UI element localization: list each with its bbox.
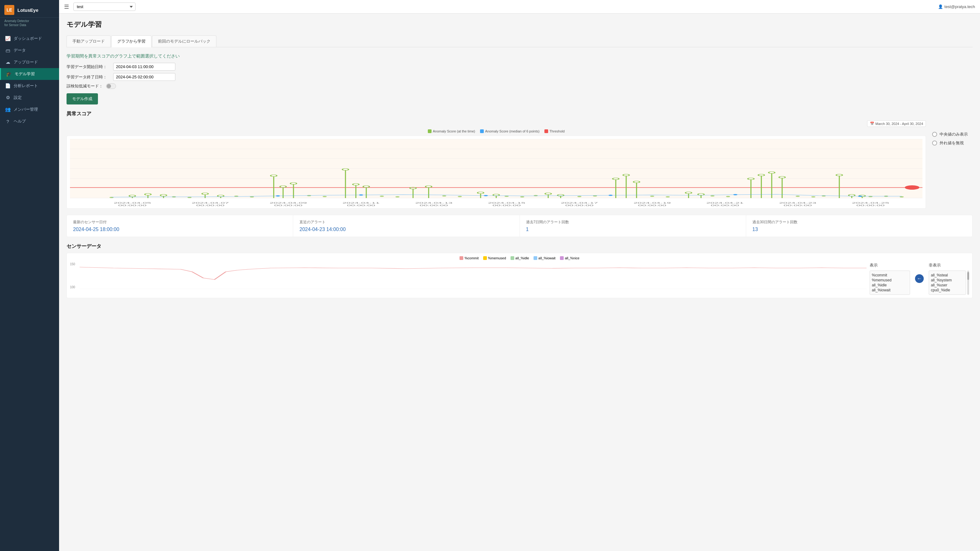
logo-area: LE LotusEye — [0, 0, 59, 18]
tab-graph[interactable]: グラフから学習 — [111, 35, 151, 47]
false-reduction-label: 誤検知低減モード： — [67, 83, 103, 89]
sensor-chart-wrap: %commit %memused all_%idle all_%iowait — [67, 253, 972, 298]
display-column: 表示 %commit %memused all_%idle all_%iowai… — [870, 263, 910, 295]
stat-latest-alert: 直近のアラート 2024-04-23 14:00:00 — [293, 215, 520, 237]
end-date-input[interactable] — [113, 73, 175, 81]
topbar: ☰ test 👤 test@pratya.tech — [59, 0, 980, 14]
stat-7day-alerts: 過去7日間のアラート回数 1 — [520, 215, 746, 237]
legend-nice-label: all_%nice — [565, 256, 579, 260]
sidebar-item-report[interactable]: 📄分析レポート — [0, 80, 59, 92]
form-section: 学習期間を異常スコアのグラフ上で範囲選択してください 学習データ開始日時： 学習… — [67, 54, 972, 105]
sidebar-item-model[interactable]: 🎓モデル学習 — [0, 68, 59, 80]
sidebar-item-settings[interactable]: ⚙設定 — [0, 92, 59, 104]
legend-nice: all_%nice — [560, 256, 579, 260]
display-item-iowait: all_%iowait — [872, 288, 908, 293]
option-ignore-outliers-label: 外れ値を無視 — [940, 140, 964, 146]
svg-text:2024-04-19: 2024-04-19 — [634, 202, 671, 204]
stat-latest-date-label: 最新のセンサー日付 — [73, 220, 287, 225]
false-reduction-row: 誤検知低減モード： — [67, 83, 972, 89]
form-instruction: 学習期間を異常スコアのグラフ上で範囲選択してください — [67, 54, 972, 59]
svg-text:00:00:00: 00:00:00 — [347, 204, 375, 207]
tab-upload[interactable]: 手動アップロード — [67, 35, 111, 47]
chart-options: 中央値のみ表示 外れ値を無視 — [932, 120, 972, 146]
svg-text:2024-04-09: 2024-04-09 — [270, 202, 307, 204]
start-date-input[interactable] — [113, 63, 175, 70]
sensor-select[interactable]: test — [73, 3, 135, 11]
start-date-label: 学習データ開始日時： — [67, 64, 110, 70]
anomaly-chart-wrap[interactable]: 0.0 2.5 5.0 7.5 10.0 12.5 15.0 — [67, 135, 926, 209]
option-ignore-outliers[interactable]: 外れ値を無視 — [932, 140, 972, 146]
sensor-body: 150 100 表示 — [70, 263, 969, 295]
hide-col-items: all_%steal all_%system all_%user cpu0_%i… — [929, 271, 966, 295]
display-col-items: %commit %memused all_%idle all_%iowait — [870, 271, 910, 295]
sidebar-item-help[interactable]: ?ヘルプ — [0, 115, 59, 127]
legend-idle: all_%idle — [511, 256, 529, 260]
chart-legend: Anomaly Score (at the time) Anomaly Scor… — [67, 129, 926, 133]
sidebar-item-dashboard[interactable]: 📈ダッシュボード — [0, 33, 59, 45]
legend-commit: %commit — [460, 256, 479, 260]
legend-median-label: Anomaly Score (median of 6 points) — [485, 129, 539, 133]
legend-memused-label: %memused — [488, 256, 506, 260]
user-email: test@pratya.tech — [945, 4, 975, 9]
svg-text:00:00:00: 00:00:00 — [638, 204, 666, 207]
stat-7day-label: 過去7日間のアラート回数 — [526, 220, 740, 225]
upload-icon: ☁ — [5, 59, 11, 65]
sensor-chart-title: センサーデータ — [67, 243, 972, 250]
settings-icon: ⚙ — [5, 95, 11, 100]
svg-text:2024-04-25: 2024-04-25 — [852, 202, 889, 204]
sidebar-item-members[interactable]: 👥メンバー管理 — [0, 104, 59, 115]
anomaly-chart-svg[interactable]: 0.0 2.5 5.0 7.5 10.0 12.5 15.0 — [70, 139, 923, 207]
anomaly-chart-outer: 📅 March 30, 2024 - April 30, 2024 Anomal… — [67, 120, 972, 209]
end-date-label: 学習データ終了日時： — [67, 74, 110, 80]
help-icon: ? — [5, 119, 11, 124]
option-median-only-label: 中央値のみ表示 — [940, 132, 968, 137]
legend-commit-label: %commit — [465, 256, 479, 260]
end-date-row: 学習データ終了日時： — [67, 73, 972, 81]
legend-idle-label: all_%idle — [515, 256, 529, 260]
svg-point-90 — [578, 196, 581, 197]
tab-bar: 手動アップロード グラフから学習 前回のモデルにロールバック — [67, 35, 972, 47]
content-area: モデル学習 手動アップロード グラフから学習 前回のモデルにロールバック 学習期… — [59, 14, 980, 551]
members-icon: 👥 — [5, 107, 11, 112]
svg-point-84 — [396, 196, 399, 197]
stat-7day-value: 1 — [526, 227, 740, 232]
svg-point-97 — [811, 196, 815, 197]
hamburger-icon[interactable]: ☰ — [64, 3, 69, 10]
svg-text:00:00:00: 00:00:00 — [196, 204, 224, 207]
anomaly-chart-container: 📅 March 30, 2024 - April 30, 2024 Anomal… — [67, 120, 926, 209]
sensor-chart-area[interactable] — [80, 263, 867, 290]
sidebar-nav: 📈ダッシュボード🗃データ☁アップロード🎓モデル学習📄分析レポート⚙設定👥メンバー… — [0, 30, 59, 551]
sidebar-item-data[interactable]: 🗃データ — [0, 45, 59, 56]
svg-text:2024-04-05: 2024-04-05 — [114, 202, 151, 204]
svg-point-78 — [188, 197, 191, 198]
svg-point-88 — [520, 196, 524, 197]
legend-median-dot — [480, 129, 484, 133]
svg-point-95 — [726, 196, 730, 197]
chart-header: 📅 March 30, 2024 - April 30, 2024 — [67, 120, 926, 127]
svg-point-101 — [899, 196, 904, 197]
move-left-button[interactable]: ← — [915, 274, 924, 283]
legend-iowait: all_%iowait — [533, 256, 555, 260]
tab-rollback[interactable]: 前回のモデルにロールバック — [152, 35, 216, 47]
stat-latest-date-value: 2024-04-25 18:00:00 — [73, 227, 287, 232]
svg-text:00:00:00: 00:00:00 — [711, 204, 739, 207]
create-model-button[interactable]: モデル作成 — [67, 93, 98, 105]
legend-nice-dot — [560, 256, 564, 260]
sidebar-item-upload[interactable]: ☁アップロード — [0, 56, 59, 68]
svg-text:00:00:00: 00:00:00 — [493, 204, 521, 207]
date-range-text: March 30, 2024 - April 30, 2024 — [875, 122, 923, 126]
radio-ignore-outliers[interactable] — [932, 140, 937, 145]
legend-commit-dot — [460, 256, 463, 260]
option-median-only[interactable]: 中央値のみ表示 — [932, 132, 972, 137]
anomaly-chart-section: 異常スコア 📅 March 30, 2024 - April 30, 2024 … — [67, 111, 972, 209]
hide-item-cpu0: cpu0_%idle — [931, 288, 964, 293]
sidebar-label-model: モデル学習 — [14, 71, 35, 77]
false-reduction-toggle[interactable] — [106, 83, 116, 89]
svg-point-89 — [533, 195, 538, 196]
sidebar-label-upload: アップロード — [14, 59, 38, 65]
sidebar-label-settings: 設定 — [14, 95, 22, 100]
radio-median-only[interactable] — [932, 132, 937, 137]
svg-text:00:00:00: 00:00:00 — [856, 204, 885, 207]
stat-latest-alert-value: 2024-04-23 14:00:00 — [299, 227, 513, 232]
dashboard-icon: 📈 — [5, 36, 11, 41]
